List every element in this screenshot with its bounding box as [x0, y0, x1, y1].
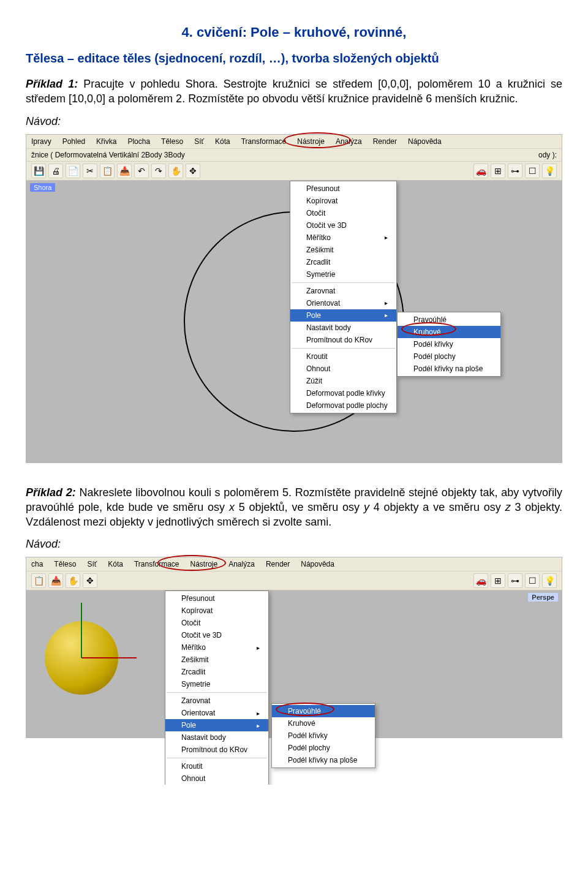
link-icon[interactable]: ⊶	[508, 164, 522, 178]
navod2: Návod:	[26, 538, 562, 551]
menu-těleso[interactable]: Těleso	[54, 560, 76, 568]
menuitem-přesunout[interactable]: Přesunout	[165, 592, 268, 605]
menuitem-kroutit[interactable]: Kroutit	[290, 350, 396, 363]
rotate-view-icon[interactable]: ✥	[83, 573, 97, 588]
axes-icon[interactable]: ⊞	[491, 573, 505, 588]
menuitem-nastavit-body[interactable]: Nastavit body	[290, 322, 396, 334]
menu-pohled[interactable]: Pohled	[62, 137, 85, 146]
menuitem-otočit-ve-3d[interactable]: Otočit ve 3D	[165, 629, 268, 641]
menuitem-otočit[interactable]: Otočit	[290, 207, 396, 219]
menu-analýza[interactable]: Analýza	[336, 137, 362, 146]
menuitem-orientovat[interactable]: Orientovat	[165, 707, 268, 719]
menuitem-ohnout[interactable]: Ohnout	[290, 363, 396, 375]
menuitem-měřítko[interactable]: Měřítko	[290, 232, 396, 244]
redo-icon[interactable]: ↷	[151, 164, 166, 178]
menu-síť[interactable]: Síť	[87, 560, 97, 568]
print-icon[interactable]: 🖨	[48, 164, 63, 178]
menuitem-deformovat-podle-křivky[interactable]: Deformovat podle křivky	[290, 387, 396, 399]
menuitem-podél-křivky[interactable]: Podél křivky	[398, 338, 500, 350]
menuitem-symetrie[interactable]: Symetrie	[290, 268, 396, 281]
menuitem-ohnout[interactable]: Ohnout	[165, 772, 268, 785]
layers-icon[interactable]: ☐	[525, 573, 540, 588]
example2-label: Příklad 2:	[26, 486, 76, 499]
menuitem-zešikmit[interactable]: Zešikmit	[290, 244, 396, 256]
menuitem-podél-křivky-na-ploše[interactable]: Podél křivky na ploše	[398, 363, 500, 375]
menuitem-zúžit[interactable]: Zúžit	[290, 375, 396, 387]
copy-icon[interactable]: 📋	[100, 164, 115, 178]
menuitem-pole[interactable]: Pole	[290, 309, 396, 322]
menuitem-podél-plochy[interactable]: Podél plochy	[272, 742, 375, 754]
menuitem-deformovat-podle-plochy[interactable]: Deformovat podle plochy	[290, 399, 396, 412]
undo-icon[interactable]: ↶	[134, 164, 149, 178]
menuitem-kopírovat[interactable]: Kopírovat	[165, 605, 268, 617]
paste-icon[interactable]: 📥	[48, 573, 63, 588]
menuitem-podél-křivky-na-ploše[interactable]: Podél křivky na ploše	[272, 754, 375, 766]
axes-icon[interactable]: ⊞	[491, 164, 505, 178]
menuitem-orientovat[interactable]: Orientovat	[290, 297, 396, 309]
paste-icon[interactable]: 📥	[117, 164, 132, 178]
doc-title: 4. cvičení: Pole – kruhové, rovinné,	[26, 25, 562, 40]
menuitem-pravoúhlé[interactable]: Pravoúhlé	[398, 314, 500, 326]
rotate-view-icon[interactable]: ✥	[186, 164, 200, 178]
props-icon[interactable]: 📄	[66, 164, 80, 178]
menu-nápověda[interactable]: Nápověda	[408, 137, 442, 146]
menu-transformace[interactable]: PřesunoutKopírovatOtočitOtočit ve 3DMěří…	[290, 181, 397, 413]
menu-analýza[interactable]: Analýza	[228, 560, 255, 568]
cut-icon[interactable]: ✂	[83, 164, 97, 178]
menu-kóta[interactable]: Kóta	[215, 137, 230, 146]
menu-cha[interactable]: cha	[31, 560, 43, 568]
menu-plocha[interactable]: Plocha	[127, 137, 150, 146]
menuitem-podél-křivky[interactable]: Podél křivky	[272, 730, 375, 742]
menu-render[interactable]: Render	[266, 560, 290, 568]
menuitem-otočit-ve-3d[interactable]: Otočit ve 3D	[290, 219, 396, 232]
submenu-pole-2[interactable]: PravoúhléKruhovéPodél křivkyPodél plochy…	[271, 703, 375, 768]
menuitem-kruhové[interactable]: Kruhové	[398, 326, 500, 338]
menuitem-symetrie[interactable]: Symetrie	[165, 678, 268, 690]
axis-x-2	[81, 657, 137, 658]
menuitem-měřítko[interactable]: Měřítko	[165, 641, 268, 654]
menu-síť[interactable]: Síť	[194, 137, 204, 146]
layers-icon[interactable]: ☐	[525, 164, 540, 178]
viewport-persp	[26, 590, 161, 737]
menu-těleso[interactable]: Těleso	[161, 137, 183, 146]
menu-kóta[interactable]: Kóta	[108, 560, 123, 568]
menuitem-zarovnat[interactable]: Zarovnat	[165, 695, 268, 707]
menuitem-zešikmit[interactable]: Zešikmit	[165, 654, 268, 666]
menuitem-zrcadlit[interactable]: Zrcadlit	[290, 256, 396, 268]
menuitem-promítnout-do-krov[interactable]: Promítnout do KRov	[290, 334, 396, 346]
menu-nástroje[interactable]: Nástroje	[297, 137, 325, 146]
menu-transformace-2[interactable]: PřesunoutKopírovatOtočitOtočit ve 3DMěří…	[165, 590, 269, 785]
bulb-icon[interactable]: 💡	[542, 573, 557, 588]
menu-nápověda[interactable]: Nápověda	[301, 560, 334, 568]
pan-icon[interactable]: ✋	[168, 164, 183, 178]
submenu-pole[interactable]: PravoúhléKruhovéPodél křivkyPodél plochy…	[397, 312, 501, 377]
car-icon[interactable]: 🚗	[473, 573, 488, 588]
menuitem-podél-plochy[interactable]: Podél plochy	[398, 350, 500, 363]
menuitem-pravoúhlé[interactable]: Pravoúhlé	[272, 705, 375, 717]
copy-icon[interactable]: 📋	[31, 573, 46, 588]
bulb-icon[interactable]: 💡	[542, 164, 557, 178]
menuitem-zarovnat[interactable]: Zarovnat	[290, 285, 396, 297]
menuitem-promítnout-do-krov[interactable]: Promítnout do KRov	[165, 744, 268, 756]
menuitem-zrcadlit[interactable]: Zrcadlit	[165, 666, 268, 678]
menu-transformace[interactable]: Transformace	[241, 137, 287, 146]
menuitem-pole[interactable]: Pole	[165, 719, 268, 731]
link-icon[interactable]: ⊶	[508, 573, 522, 588]
menuitem-otočit[interactable]: Otočit	[165, 617, 268, 629]
menuitem-kroutit[interactable]: Kroutit	[165, 760, 268, 772]
rhino-shot-2: chaTělesoSíťKótaTransformaceNástrojeAnal…	[26, 557, 562, 738]
example1-label: Příklad 1:	[26, 78, 78, 90]
menuitem-přesunout[interactable]: Přesunout	[290, 183, 396, 195]
menuitem-kopírovat[interactable]: Kopírovat	[290, 195, 396, 207]
menu-ipravy[interactable]: Ipravy	[31, 137, 51, 146]
example2-text: Příklad 2: Nakreslete libovolnou kouli s…	[26, 485, 562, 530]
menu-křivka[interactable]: Křivka	[96, 137, 116, 146]
menu-nástroje[interactable]: Nástroje	[190, 560, 218, 568]
menuitem-kruhové[interactable]: Kruhové	[272, 717, 375, 730]
save-icon[interactable]: 💾	[31, 164, 46, 178]
menu-transformace[interactable]: Transformace	[134, 560, 179, 568]
pan-icon[interactable]: ✋	[66, 573, 80, 588]
menu-render[interactable]: Render	[373, 137, 397, 146]
car-icon[interactable]: 🚗	[473, 164, 488, 178]
menuitem-nastavit-body[interactable]: Nastavit body	[165, 731, 268, 744]
